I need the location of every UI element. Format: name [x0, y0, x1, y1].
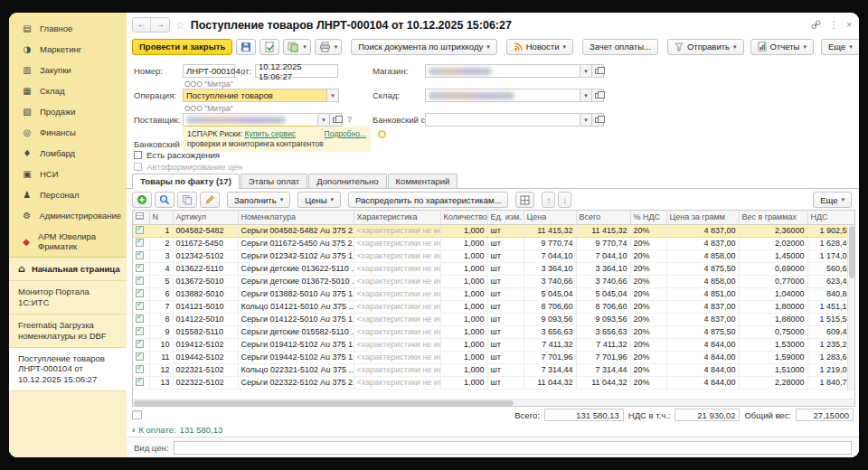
date-field[interactable]: 10.12.2025 15:06:27 — [255, 64, 338, 78]
bank-account2-dropdown-button[interactable]: ▾ — [580, 113, 592, 127]
col-unit[interactable]: Ед. изм. — [487, 211, 524, 224]
warehouse-open-button[interactable] — [592, 89, 604, 102]
copy-row-button[interactable] — [177, 192, 197, 208]
cell-price-per-gram[interactable]: 4 844,00 — [666, 376, 739, 389]
cell-total[interactable]: 3 364,10 — [576, 262, 630, 275]
col-price-per-gram[interactable]: Цена за грамм — [666, 211, 739, 224]
cell-price[interactable]: 3 740,66 — [524, 275, 576, 287]
cell-article[interactable]: 019412-5102 — [173, 338, 238, 351]
cell-vat-pct[interactable]: 20% — [630, 237, 666, 249]
cell-price[interactable]: 3 364,10 — [524, 262, 576, 275]
payment-offset-button[interactable]: Зачет оплаты... — [582, 39, 658, 55]
cell-nomenclature[interactable]: Серьги 014122-5010 Au 375 1... — [238, 313, 354, 325]
cell-total[interactable]: 8 706,60 — [576, 300, 630, 313]
col-article[interactable]: Артикул — [173, 211, 238, 224]
store-field[interactable] — [425, 64, 580, 78]
row-type-cell[interactable] — [133, 351, 149, 363]
fill-button[interactable]: Заполнить▾ — [227, 192, 290, 208]
table-row[interactable]: 7 014121-5010 Кольцо 014121-5010 Au 375 … — [133, 300, 854, 313]
cell-vat-pct[interactable]: 20% — [630, 363, 666, 376]
cell-weight[interactable]: 0,77000 — [739, 275, 807, 287]
cell-price[interactable]: 11 044,32 — [524, 376, 576, 389]
cell-article[interactable]: 015582-5110 — [173, 325, 238, 338]
cell-n[interactable]: 5 — [149, 275, 173, 287]
cell-nomenclature[interactable]: Серьги 019442-5102 Au 375 1... — [238, 351, 354, 363]
cell-weight[interactable]: 1,59000 — [739, 351, 807, 363]
cell-article[interactable]: 022322-5102 — [173, 376, 238, 389]
barcode-search-button[interactable]: Поиск документа по штрихкоду▾ — [351, 39, 496, 55]
row-type-header[interactable] — [133, 211, 149, 224]
cell-n[interactable]: 4 — [149, 262, 173, 275]
cell-total[interactable]: 7 314,44 — [576, 363, 630, 376]
cell-article[interactable]: 014121-5010 — [173, 300, 238, 313]
cell-vat-pct[interactable]: 20% — [630, 275, 666, 287]
sidebar-menu-item[interactable]: ♦ Ломбард — [9, 143, 127, 164]
cell-price[interactable]: 7 411,32 — [524, 338, 576, 351]
tab[interactable]: Этапы оплат — [241, 174, 307, 188]
table-row[interactable]: 1 004582-5482 Серьги 004582-5482 Au 375 … — [133, 224, 854, 237]
edit-row-button[interactable] — [200, 192, 220, 208]
cell-weight[interactable]: 2,28000 — [739, 376, 807, 389]
cell-n[interactable]: 1 — [149, 224, 173, 237]
cell-unit[interactable]: шт — [487, 300, 524, 313]
horizontal-scrollbar-thumb[interactable] — [134, 400, 514, 406]
cell-weight[interactable]: 1,53000 — [739, 338, 807, 351]
supplier-open-button[interactable] — [330, 113, 342, 127]
cell-price[interactable]: 7 701,96 — [524, 351, 576, 363]
post-and-close-button[interactable]: Провести и закрыть — [132, 39, 232, 55]
cell-price-per-gram[interactable]: 4 837,00 — [666, 313, 739, 325]
cell-price-per-gram[interactable]: 4 875,50 — [666, 262, 739, 275]
cell-price-per-gram[interactable]: 4 875,50 — [666, 325, 739, 338]
move-row-up-button[interactable]: ↑ — [542, 192, 555, 208]
bank-account2-field[interactable] — [425, 113, 580, 127]
prices-button[interactable]: Цены▾ — [297, 192, 341, 208]
cell-vat-pct[interactable]: 20% — [630, 313, 666, 325]
spark-buy-link[interactable]: Купить сервис — [245, 129, 296, 138]
table-row[interactable]: 4 013622-5110 Серьги детские 013622-5110… — [133, 262, 854, 275]
store-open-button[interactable] — [592, 64, 604, 78]
cell-characteristic[interactable]: <характеристики не испо... — [354, 376, 440, 389]
cell-quantity[interactable]: 1,000 — [440, 262, 487, 275]
table-row[interactable]: 13 022322-5102 Серьги 022322-5102 Au 375… — [133, 376, 854, 389]
table-row[interactable]: 3 012342-5102 Серьги 012342-5102 Au 375 … — [133, 249, 854, 262]
col-characteristic[interactable]: Характеристика — [354, 211, 440, 224]
forward-button[interactable]: → — [151, 18, 169, 32]
row-type-cell[interactable] — [133, 224, 149, 237]
cell-quantity[interactable]: 1,000 — [440, 300, 487, 313]
vertical-scrollbar[interactable] — [847, 225, 854, 391]
cell-total[interactable]: 11 044,32 — [576, 376, 630, 389]
col-vat-pct[interactable]: % НДС — [630, 211, 666, 224]
cell-weight[interactable]: 1,80000 — [739, 300, 807, 313]
print-button[interactable]: ▾ — [315, 39, 343, 55]
cell-quantity[interactable]: 1,000 — [440, 237, 487, 249]
cell-weight[interactable]: 0,69000 — [739, 262, 807, 275]
cell-price[interactable]: 9 770,74 — [524, 237, 576, 249]
cell-weight[interactable]: 1,88000 — [739, 313, 807, 325]
cell-nomenclature[interactable]: Серьги 011672-5450 Au 375 2... — [238, 237, 354, 249]
cell-vat-pct[interactable]: 20% — [630, 224, 666, 237]
cell-price-per-gram[interactable]: 4 837,00 — [666, 237, 739, 249]
row-type-cell[interactable] — [133, 376, 149, 389]
cell-n[interactable]: 2 — [149, 237, 173, 249]
sidebar-menu-item[interactable]: ◎ Финансы — [9, 122, 127, 143]
cell-nomenclature[interactable]: Кольцо 022321-5102 Au 375 ... — [238, 363, 354, 376]
supplier-help-icon[interactable]: ? — [347, 115, 352, 124]
open-page-item[interactable]: Freematiq Загрузка номенклатуры из DBF — [9, 315, 127, 348]
home-page-item[interactable]: ⌂ Начальная страница — [9, 258, 127, 281]
cell-article[interactable]: 013622-5110 — [173, 262, 238, 275]
cell-weight[interactable]: 2,02000 — [739, 237, 807, 249]
cell-price[interactable]: 11 415,32 — [524, 224, 576, 237]
cell-quantity[interactable]: 1,000 — [440, 313, 487, 325]
move-row-down-button[interactable]: ↓ — [558, 192, 571, 208]
cell-nomenclature[interactable]: Серьги детские 015582-5110 ... — [238, 325, 354, 338]
cell-unit[interactable]: шт — [487, 325, 524, 338]
distribute-by-characteristics-button[interactable]: Распределить по характеристикам... — [348, 192, 508, 208]
cell-unit[interactable]: шт — [487, 351, 524, 363]
cell-vat-pct[interactable]: 20% — [630, 300, 666, 313]
supplier-field[interactable] — [183, 113, 318, 127]
reports-button[interactable]: Отчеты▾ — [750, 39, 814, 55]
sidebar-menu-item[interactable]: ♟ Персонал — [9, 184, 127, 205]
col-quantity[interactable]: Количество — [440, 211, 487, 224]
cell-quantity[interactable]: 1,000 — [440, 363, 487, 376]
cell-price-per-gram[interactable]: 4 844,00 — [666, 338, 739, 351]
